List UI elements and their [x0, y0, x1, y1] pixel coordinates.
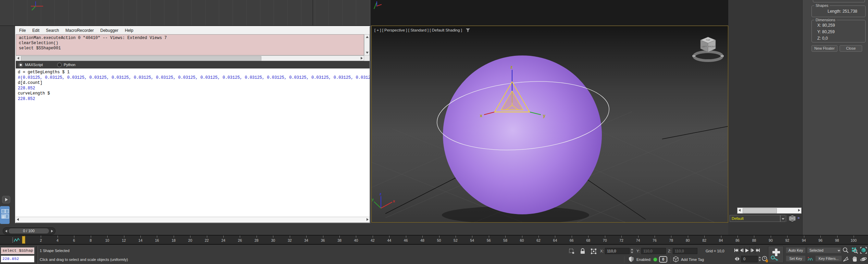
viewport-layout-tab[interactable]	[0, 206, 10, 224]
viewport-canvas[interactable]: z x y TOP LEFT FRONT z x y	[372, 26, 728, 222]
time-configuration-icon[interactable]	[762, 256, 769, 263]
preset-dropdown[interactable]: Default	[730, 215, 780, 222]
current-frame-field[interactable]: 0	[741, 256, 758, 262]
next-frame-icon[interactable]	[51, 230, 53, 232]
previous-frame-icon[interactable]	[5, 230, 7, 232]
next-frame-button[interactable]	[750, 247, 755, 254]
side-horizontal-scrollbar[interactable]	[737, 208, 802, 214]
time-slider[interactable]	[22, 236, 25, 244]
preset-dropdown-arrow[interactable]	[780, 215, 785, 222]
viewport-label[interactable]: [ + ] [ Perspective ] [ Standard ] [ Def…	[374, 28, 470, 32]
set-keys-button[interactable]	[768, 246, 784, 263]
key-mode-toggle-icon[interactable]	[734, 256, 740, 261]
spinner-icon[interactable]	[630, 248, 634, 254]
field-of-view-button[interactable]	[842, 255, 850, 263]
top-left-viewport-strip[interactable]	[0, 0, 370, 26]
status-bar: select $SShap 228.852 1 Shape Selected C…	[0, 245, 868, 264]
add-time-tag[interactable]: Add Time Tag	[681, 257, 704, 262]
mini-macro-field[interactable]: select $SShap	[1, 247, 34, 254]
isolate-selection-icon[interactable]	[569, 248, 575, 254]
preset-value: Default	[732, 216, 744, 221]
top-right-viewport-strip[interactable]	[371, 0, 728, 25]
viewcube-front-label: FRONT	[708, 46, 716, 48]
viewcube[interactable]: TOP LEFT FRONT	[692, 37, 724, 61]
time-scrubber[interactable]: 0 / 100	[3, 227, 55, 235]
perspective-viewport[interactable]: z x y TOP LEFT FRONT z x y [ + ] [ Persp…	[371, 26, 728, 223]
go-to-start-button[interactable]	[734, 247, 739, 254]
macro-pane-text[interactable]: actionMan.executeAction 0 "40410" -- Vie…	[16, 34, 364, 55]
new-key-tangents-icon[interactable]	[807, 255, 814, 262]
set-key-button[interactable]: Set Key	[786, 255, 806, 262]
selection-lock-icon[interactable]	[580, 248, 586, 254]
menu-macrorecorder[interactable]: MacroRecorder	[65, 28, 94, 33]
pan-hand-button[interactable]	[851, 255, 858, 263]
play-button[interactable]	[745, 247, 750, 254]
shapes-group-title: Shapes	[814, 3, 830, 8]
scrollbar-corner	[364, 55, 370, 61]
viewcube-left-label: LEFT	[702, 46, 707, 48]
previous-frame-button[interactable]	[739, 247, 745, 254]
z-coord-field[interactable]: 110,0	[673, 248, 697, 254]
scroll-right-icon[interactable]	[361, 57, 363, 60]
track-bar-ruler[interactable]: 0246810121416182022242628303234363840424…	[0, 236, 868, 244]
macro-vertical-scrollbar[interactable]	[364, 34, 370, 55]
listener-bottom-scrollbar[interactable]	[16, 217, 370, 223]
time-tag-cube-icon[interactable]	[673, 256, 679, 263]
selection-set-value: Selected	[809, 248, 823, 252]
shapes-floater-panel: Shapes Length: 251,738 Dimensions X: 80,…	[802, 0, 868, 264]
zoom-button[interactable]	[842, 247, 850, 254]
macro-horizontal-scrollbar[interactable]	[16, 55, 364, 61]
scroll-right-icon[interactable]	[798, 209, 800, 212]
scrollbar-thumb[interactable]	[743, 208, 777, 213]
close-button[interactable]: Close	[840, 45, 862, 52]
dimension-value: 80,259	[822, 23, 835, 28]
frame-indicator[interactable]: 0 / 100	[9, 228, 49, 234]
menu-edit[interactable]: Edit	[32, 28, 39, 33]
scroll-left-icon[interactable]	[739, 209, 741, 212]
new-floater-button[interactable]: New Floater	[811, 45, 838, 52]
go-to-end-button[interactable]	[755, 247, 760, 254]
sphere-object[interactable]	[443, 55, 602, 214]
macro-line: select $SShape001	[19, 46, 364, 51]
tab-maxscript[interactable]: MAXScript	[18, 63, 43, 67]
zoom-all-button[interactable]	[851, 247, 858, 254]
script-pane[interactable]: d = getSegLengths $ 1#(0.03125, 0.03125,…	[16, 68, 370, 217]
prompt-line: Click and drag to select and scale objec…	[40, 257, 128, 262]
scroll-down-icon[interactable]	[366, 52, 369, 54]
layers-icon[interactable]	[789, 215, 796, 222]
x-coord-field[interactable]: 110,0	[605, 248, 630, 254]
scroll-right-icon[interactable]	[367, 218, 369, 221]
chevron-down-icon	[782, 218, 784, 220]
auto-key-button[interactable]: Auto Key	[786, 247, 806, 253]
shield-icon[interactable]	[628, 256, 634, 263]
expand-chevrons-icon[interactable]: »	[797, 215, 800, 220]
tab-label: Python	[64, 63, 75, 67]
selection-set-dropdown[interactable]: Selected	[807, 247, 841, 253]
absolute-mode-icon[interactable]	[591, 248, 597, 254]
dimension-label: Y:	[817, 29, 822, 34]
filter-funnel-icon[interactable]	[466, 28, 470, 32]
scroll-up-icon[interactable]	[366, 36, 369, 38]
scrollbar-thumb[interactable]	[21, 56, 261, 61]
track-bar[interactable]: 0246810121416182022242628303234363840424…	[0, 235, 868, 244]
menu-debugger[interactable]: Debugger	[100, 28, 119, 33]
zero-badge-button[interactable]: 0	[659, 256, 667, 263]
tab-python[interactable]: Python	[57, 63, 75, 67]
scroll-left-icon[interactable]	[17, 218, 19, 221]
menu-file[interactable]: File	[19, 28, 26, 33]
dimension-row: Z: 0,0	[817, 35, 835, 42]
mini-script-field[interactable]: 228.852	[1, 255, 34, 262]
script-line: d[d.count]	[18, 80, 370, 86]
key-filters-button[interactable]: Key Filters...	[815, 255, 842, 262]
play-animation-button[interactable]	[2, 196, 10, 203]
orbit-button[interactable]	[860, 255, 867, 263]
maxscript-listener-window: FileEditSearchMacroRecorderDebuggerHelp …	[15, 26, 370, 223]
dimension-label: Z:	[817, 36, 822, 41]
menu-help[interactable]: Help	[125, 28, 133, 33]
viewport-label-text[interactable]: [ + ] [ Perspective ] [ Standard ] [ Def…	[374, 28, 462, 32]
y-coord-field[interactable]: 110,0	[641, 248, 666, 254]
spinner-icon[interactable]	[758, 256, 761, 262]
zoom-extents-selected-button[interactable]	[860, 247, 867, 254]
scroll-left-icon[interactable]	[17, 57, 19, 60]
menu-search[interactable]: Search	[46, 28, 59, 33]
